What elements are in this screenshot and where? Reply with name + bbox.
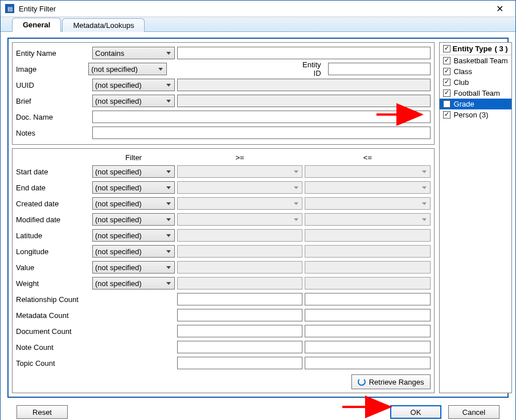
value-le[interactable] bbox=[305, 261, 430, 274]
value-ge[interactable] bbox=[177, 261, 302, 274]
weight-filter[interactable]: (not specified) bbox=[92, 277, 175, 289]
created-date-le[interactable] bbox=[305, 197, 430, 210]
app-icon: ▤ bbox=[5, 4, 14, 13]
entity-name-combo[interactable]: Contains bbox=[92, 47, 175, 59]
modified-date-ge[interactable] bbox=[177, 213, 302, 226]
start-date-label: Start date bbox=[16, 168, 90, 176]
close-button[interactable]: ✕ bbox=[488, 1, 511, 17]
weight-le[interactable] bbox=[305, 277, 430, 289]
ge-header: >= bbox=[177, 153, 302, 162]
latitude-ge[interactable] bbox=[177, 229, 302, 242]
refresh-icon bbox=[358, 378, 366, 386]
entity-type-item-label: Class bbox=[454, 67, 473, 76]
uuid-combo[interactable]: (not specified) bbox=[92, 79, 175, 91]
entity-type-item[interactable]: Person (3) bbox=[440, 109, 511, 120]
entity-type-checkbox[interactable] bbox=[443, 89, 451, 97]
retrieve-ranges-button[interactable]: Retrieve Ranges bbox=[351, 374, 431, 389]
window-title: Entity Filter bbox=[19, 5, 488, 13]
entity-type-item[interactable]: Grade bbox=[440, 99, 511, 109]
modified-date-le[interactable] bbox=[305, 213, 430, 226]
notes-label: Notes bbox=[16, 129, 90, 137]
upper-panel: Entity Name Contains Image (not specifie… bbox=[12, 42, 435, 145]
longitude-ge[interactable] bbox=[177, 245, 302, 258]
metadata-count-label: Metadata Count bbox=[16, 311, 90, 320]
tab-metadata-lookups[interactable]: Metadata/Lookups bbox=[62, 18, 145, 32]
relationship-count-le[interactable] bbox=[305, 293, 430, 305]
metadata-count-le[interactable] bbox=[305, 309, 430, 321]
end-date-filter[interactable]: (not specified) bbox=[92, 181, 175, 194]
entity-id-input[interactable] bbox=[328, 63, 431, 75]
uuid-input[interactable] bbox=[177, 79, 431, 91]
entity-type-item-label: Basketball Team bbox=[454, 56, 508, 65]
created-date-ge[interactable] bbox=[177, 197, 302, 210]
ranges-panel: Filter >= <= Start date (not specified) … bbox=[12, 148, 435, 393]
created-date-filter[interactable]: (not specified) bbox=[92, 197, 175, 210]
entity-name-label: Entity Name bbox=[16, 49, 90, 58]
entity-type-checkbox[interactable] bbox=[443, 100, 451, 108]
entity-type-checkbox[interactable] bbox=[443, 111, 451, 119]
entity-type-item[interactable]: Basketball Team bbox=[440, 55, 511, 66]
entity-id-label: Entity ID bbox=[169, 60, 326, 78]
metadata-count-ge[interactable] bbox=[177, 309, 302, 321]
ok-button[interactable]: OK bbox=[390, 405, 441, 419]
entity-type-all-checkbox[interactable] bbox=[443, 45, 451, 52]
doc-name-label: Doc. Name bbox=[16, 113, 90, 121]
note-count-ge[interactable] bbox=[177, 341, 302, 353]
retrieve-ranges-label: Retrieve Ranges bbox=[369, 378, 424, 386]
start-date-filter[interactable]: (not specified) bbox=[92, 165, 175, 178]
relationship-count-ge[interactable] bbox=[177, 293, 302, 305]
entity-type-item[interactable]: Club bbox=[440, 77, 511, 88]
document-count-le[interactable] bbox=[305, 325, 430, 337]
value-label: Value bbox=[16, 263, 90, 272]
entity-name-input[interactable] bbox=[177, 47, 431, 59]
latitude-filter[interactable]: (not specified) bbox=[92, 229, 175, 242]
cancel-button[interactable]: Cancel bbox=[448, 405, 499, 419]
topic-count-ge[interactable] bbox=[177, 357, 302, 369]
entity-type-item[interactable]: Class bbox=[440, 66, 511, 77]
end-date-ge[interactable] bbox=[177, 181, 302, 194]
note-count-le[interactable] bbox=[305, 341, 430, 353]
modified-date-filter[interactable]: (not specified) bbox=[92, 213, 175, 226]
entity-type-checkbox[interactable] bbox=[443, 68, 451, 75]
end-date-label: End date bbox=[16, 184, 90, 192]
note-count-label: Note Count bbox=[16, 343, 90, 352]
entity-type-checkbox[interactable] bbox=[443, 79, 451, 86]
topic-count-label: Topic Count bbox=[16, 359, 90, 368]
brief-combo[interactable]: (not specified) bbox=[92, 95, 175, 107]
start-date-le[interactable] bbox=[305, 165, 430, 178]
latitude-label: Latitude bbox=[16, 231, 90, 240]
start-date-ge[interactable] bbox=[177, 165, 302, 178]
weight-ge[interactable] bbox=[177, 277, 302, 289]
document-count-label: Document Count bbox=[16, 327, 90, 336]
doc-name-input[interactable] bbox=[92, 111, 431, 123]
topic-count-le[interactable] bbox=[305, 357, 430, 369]
filter-header: Filter bbox=[92, 153, 175, 162]
created-date-label: Created date bbox=[16, 199, 90, 208]
reset-button[interactable]: Reset bbox=[17, 405, 68, 419]
entity-type-checkbox[interactable] bbox=[443, 57, 451, 64]
titlebar: ▤ Entity Filter ✕ bbox=[1, 1, 515, 17]
image-label: Image bbox=[16, 65, 86, 74]
longitude-le[interactable] bbox=[305, 245, 430, 258]
entity-type-item-label: Club bbox=[454, 78, 469, 87]
longitude-filter[interactable]: (not specified) bbox=[92, 245, 175, 258]
entity-type-title: Entity Type bbox=[453, 44, 495, 53]
entity-type-item-label: Grade bbox=[454, 100, 474, 108]
value-filter[interactable]: (not specified) bbox=[92, 261, 175, 274]
brief-input[interactable] bbox=[177, 95, 431, 107]
longitude-label: Longitude bbox=[16, 247, 90, 256]
entity-type-count: ( 3 ) bbox=[495, 44, 508, 53]
entity-type-item-label: Person (3) bbox=[454, 111, 489, 119]
latitude-le[interactable] bbox=[305, 229, 430, 242]
image-combo[interactable]: (not specified) bbox=[88, 63, 167, 75]
entity-type-item[interactable]: Football Team bbox=[440, 88, 511, 99]
notes-input[interactable] bbox=[92, 127, 431, 139]
tab-general[interactable]: General bbox=[12, 18, 61, 32]
end-date-le[interactable] bbox=[305, 181, 430, 194]
weight-label: Weight bbox=[16, 279, 90, 288]
relationship-count-label: Relationship Count bbox=[16, 295, 90, 304]
entity-type-panel: Entity Type ( 3 ) Basketball TeamClassCl… bbox=[439, 42, 512, 393]
document-count-ge[interactable] bbox=[177, 325, 302, 337]
brief-label: Brief bbox=[16, 97, 90, 105]
uuid-label: UUID bbox=[16, 81, 90, 89]
